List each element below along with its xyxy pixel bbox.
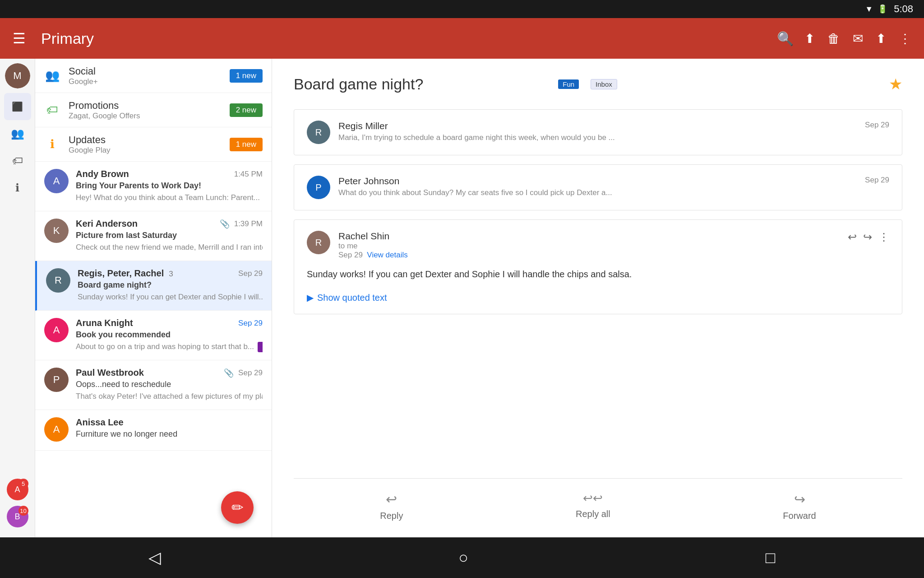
anissa-avatar: A <box>44 417 69 442</box>
promotions-label: Promotions <box>69 100 222 112</box>
move-button[interactable]: ⬆ <box>876 31 886 46</box>
bottom-nav-bar: ◁ ○ □ <box>0 537 924 578</box>
regis-miller-preview: Maria, I'm trying to schedule a board ga… <box>338 133 857 142</box>
paul-avatar: P <box>44 368 69 392</box>
recents-nav-icon[interactable]: □ <box>766 548 776 567</box>
aruna-sender: Aruna Knight <box>76 318 133 328</box>
info-nav-icon[interactable]: ℹ <box>4 174 31 201</box>
promotions-icon: 🏷 <box>44 103 60 117</box>
compose-fab[interactable]: ✏ <box>221 491 254 524</box>
social-sub: Google+ <box>69 77 222 86</box>
reply-label: Reply <box>380 511 403 521</box>
search-button[interactable]: 🔍 <box>777 31 794 47</box>
reply-bar: ↩ Reply ↩↩ Reply all ↪ Forward <box>294 478 902 528</box>
social-badge: 1 new <box>230 69 263 83</box>
email-list-panel: 👥 Social Google+ 1 new 🏷 Promotions Zaga… <box>35 59 272 537</box>
category-updates[interactable]: ℹ Updates Google Play 1 new <box>35 127 272 162</box>
updates-icon: ℹ <box>44 137 60 151</box>
category-social[interactable]: 👥 Social Google+ 1 new <box>35 59 272 93</box>
inbox-detail-badge: Inbox <box>591 79 617 89</box>
user-avatar[interactable]: M <box>5 63 30 89</box>
reply-button[interactable]: ↩ Reply <box>380 491 403 521</box>
paul-time: Sep 29 <box>238 368 263 378</box>
detail-star[interactable]: ★ <box>889 75 902 93</box>
aruna-avatar: A <box>44 318 69 342</box>
chevron-right-icon: ▶ <box>307 292 314 303</box>
forward-btn-icon: ↪ <box>794 491 805 507</box>
app-title: Primary <box>41 30 766 47</box>
email-item-keri[interactable]: K Keri Anderson 📎 1:39 PM Picture from l… <box>35 211 272 261</box>
keri-time: 1:39 PM <box>234 219 263 228</box>
status-icons: ▼ 🔋 <box>865 4 887 14</box>
labels-nav-icon[interactable]: 🏷 <box>4 147 31 174</box>
keri-preview: Check out the new friend we made, Merril… <box>76 242 263 253</box>
delete-button[interactable]: 🗑 <box>827 31 840 46</box>
view-details-link[interactable]: View details <box>367 251 407 259</box>
promotions-sub: Zagat, Google Offers <box>69 112 222 121</box>
menu-icon[interactable]: ☰ <box>13 30 26 47</box>
status-bar: ▼ 🔋 5:08 <box>0 0 924 18</box>
rachel-shin-to: to me <box>338 242 840 251</box>
nav-rail: M ⬛ 👥 🏷 ℹ A 5 B 10 <box>0 59 35 537</box>
regis-sender: Regis, Peter, Rachel 3 <box>78 268 173 279</box>
archive-button[interactable]: ⬆ <box>804 31 815 46</box>
forward-button[interactable]: ↪ Forward <box>783 491 816 521</box>
aruna-subject: Book you recommended <box>76 330 263 340</box>
andy-sender: Andy Brown <box>76 169 129 179</box>
regis-preview: Sunday works! If you can get Dexter and … <box>78 291 263 303</box>
reply-btn-icon: ↩ <box>386 491 397 507</box>
account-10-avatar[interactable]: B 10 <box>4 503 31 530</box>
email-item-anissa[interactable]: A Anissa Lee Furniture we no longer need <box>35 410 272 451</box>
detail-header: Board game night? Fun Inbox ★ <box>294 75 902 93</box>
updates-badge: 1 new <box>230 138 263 151</box>
email-item-regis[interactable]: R Regis, Peter, Rachel 3 Sep 29 Board ga… <box>35 261 272 311</box>
regis-subject: Board game night? <box>78 280 263 290</box>
forward-icon[interactable]: ↪ <box>863 231 872 243</box>
andy-preview: Hey! What do you think about a Team Lunc… <box>76 192 263 204</box>
detail-title: Board game night? <box>294 75 551 93</box>
category-promotions[interactable]: 🏷 Promotions Zagat, Google Offers 2 new <box>35 93 272 127</box>
more-message-icon[interactable]: ⋮ <box>878 231 889 243</box>
keri-attach-icon: 📎 <box>220 219 230 229</box>
message-rachel-shin: R Rachel Shin to me Sep 29 View details … <box>294 219 902 314</box>
top-bar-actions: ⬆ 🗑 ✉ ⬆ ⋮ <box>804 31 911 46</box>
reply-all-label: Reply all <box>576 509 610 519</box>
message-body: Sunday works! If you can get Dexter and … <box>307 267 889 281</box>
email-item-andy[interactable]: A Andy Brown 1:45 PM Bring Your Parents … <box>35 162 272 211</box>
peter-johnson-preview: What do you think about Sunday? My car s… <box>338 188 857 197</box>
inbox-nav-icon[interactable]: ⬛ <box>4 93 31 120</box>
paul-sender: Paul Westbrook <box>76 368 144 378</box>
reply-icon[interactable]: ↩ <box>848 231 857 243</box>
back-nav-icon[interactable]: ◁ <box>148 548 161 567</box>
email-item-aruna[interactable]: A Aruna Knight Sep 29 Book you recommend… <box>35 311 272 360</box>
aruna-time: Sep 29 <box>238 319 263 328</box>
forward-label: Forward <box>783 511 816 521</box>
reply-all-btn-icon: ↩↩ <box>583 491 603 505</box>
status-time: 5:08 <box>894 3 913 15</box>
paul-preview: That's okay Peter! I've attached a few p… <box>76 391 263 402</box>
message-regis-miller[interactable]: R Regis Miller Maria, I'm trying to sche… <box>294 109 902 155</box>
home-nav-icon[interactable]: ○ <box>458 548 468 567</box>
updates-sub: Google Play <box>69 146 222 155</box>
rachel-shin-sender: Rachel Shin <box>338 231 840 242</box>
wifi-icon: ▼ <box>865 5 873 14</box>
updates-label: Updates <box>69 134 222 146</box>
contacts-nav-icon[interactable]: 👥 <box>4 120 31 147</box>
account-5-badge: 5 <box>18 479 28 489</box>
email-item-paul[interactable]: P Paul Westbrook 📎 Sep 29 Oops...need to… <box>35 360 272 410</box>
fun-detail-badge: Fun <box>558 79 579 89</box>
message-peter-johnson[interactable]: P Peter Johnson What do you think about … <box>294 164 902 210</box>
more-options-button[interactable]: ⋮ <box>899 31 911 46</box>
regis-miller-date: Sep 29 <box>865 121 889 130</box>
account-5-avatar[interactable]: A 5 <box>4 476 31 503</box>
rachel-shin-date: Sep 29 View details <box>338 251 840 260</box>
mark-unread-button[interactable]: ✉ <box>853 31 863 46</box>
peter-johnson-date: Sep 29 <box>865 176 889 185</box>
rachel-message-actions: ↩ ↪ ⋮ <box>848 231 889 243</box>
reply-all-button[interactable]: ↩↩ Reply all <box>576 491 610 521</box>
top-bar: ☰ Primary 🔍 ⬆ 🗑 ✉ ⬆ ⋮ <box>0 18 924 59</box>
keri-avatar: K <box>44 219 69 243</box>
show-quoted-text-button[interactable]: ▶ Show quoted text <box>307 292 889 303</box>
email-detail: Board game night? Fun Inbox ★ R Regis Mi… <box>272 59 924 537</box>
family-tag: Family <box>258 342 263 352</box>
